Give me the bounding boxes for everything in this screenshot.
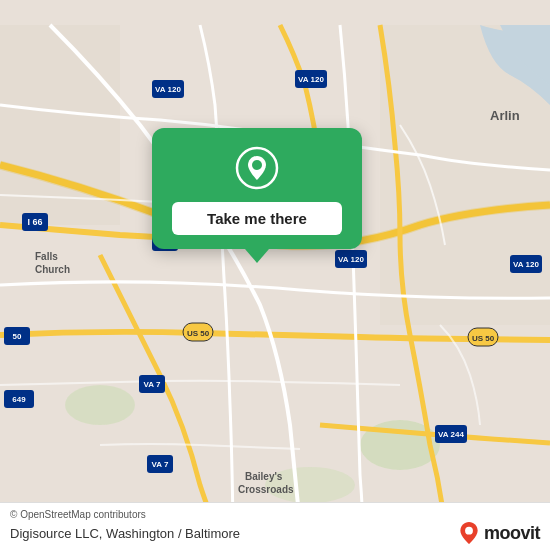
moovit-pin-icon	[458, 522, 480, 544]
map-background: I 66 I 66 US 50 US 50 VA 7 VA 7 VA 120 V…	[0, 0, 550, 550]
svg-text:VA 7: VA 7	[152, 460, 169, 469]
svg-rect-2	[380, 25, 550, 325]
svg-text:VA 120: VA 120	[155, 85, 181, 94]
svg-text:Bailey's: Bailey's	[245, 471, 283, 482]
svg-text:VA 120: VA 120	[513, 260, 539, 269]
svg-text:US 50: US 50	[187, 329, 210, 338]
svg-text:VA 120: VA 120	[298, 75, 324, 84]
svg-point-39	[465, 527, 473, 535]
bottom-bar: © OpenStreetMap contributors Digisource …	[0, 502, 550, 550]
moovit-brand-text: moovit	[484, 523, 540, 544]
copyright-text: © OpenStreetMap contributors	[10, 509, 540, 520]
moovit-logo: moovit	[458, 522, 540, 544]
location-popup: Take me there	[152, 128, 362, 249]
svg-text:Falls: Falls	[35, 251, 58, 262]
map-container: I 66 I 66 US 50 US 50 VA 7 VA 7 VA 120 V…	[0, 0, 550, 550]
svg-text:VA 244: VA 244	[438, 430, 464, 439]
svg-text:VA 120: VA 120	[338, 255, 364, 264]
svg-text:50: 50	[13, 332, 22, 341]
svg-text:I 66: I 66	[27, 217, 42, 227]
svg-text:649: 649	[12, 395, 26, 404]
svg-text:Arlin: Arlin	[490, 108, 520, 123]
svg-point-4	[65, 385, 135, 425]
svg-text:Crossroads: Crossroads	[238, 484, 294, 495]
take-me-there-button[interactable]: Take me there	[172, 202, 342, 235]
company-line: Digisource LLC, Washington / Baltimore m…	[10, 522, 540, 544]
svg-text:Church: Church	[35, 264, 70, 275]
svg-text:VA 7: VA 7	[144, 380, 161, 389]
location-pin-icon	[235, 146, 279, 190]
company-text: Digisource LLC, Washington / Baltimore	[10, 526, 240, 541]
svg-point-38	[252, 160, 262, 170]
svg-text:US 50: US 50	[472, 334, 495, 343]
